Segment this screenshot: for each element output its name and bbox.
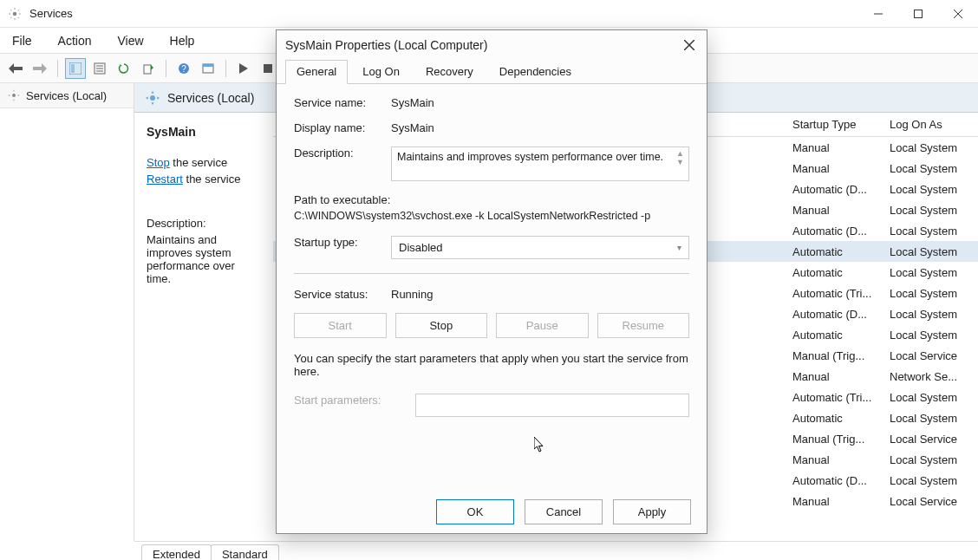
tab-extended[interactable]: Extended <box>141 544 212 560</box>
description-label: Description: <box>294 147 391 181</box>
cell-logon: Local Service <box>883 349 978 362</box>
forward-button[interactable] <box>29 58 50 79</box>
cell-startup: Automatic (Tri... <box>786 287 883 300</box>
cell-logon: Local System <box>883 204 978 217</box>
minimize-button[interactable] <box>858 0 898 28</box>
bottom-tabs: Extended Standard <box>134 541 978 560</box>
cell-startup: Automatic (D... <box>786 225 883 238</box>
service-detail-panel: SysMain Stop the service Restart the ser… <box>134 113 273 541</box>
cell-startup: Manual <box>786 370 883 383</box>
cell-startup: Automatic <box>786 329 883 342</box>
export-button[interactable] <box>138 58 159 79</box>
cell-startup: Manual <box>786 162 883 175</box>
nav-tree: Services (Local) <box>0 83 134 541</box>
cell-logon: Local System <box>883 141 978 154</box>
cell-startup: Automatic (D... <box>786 474 883 487</box>
resume-button[interactable]: Resume <box>597 313 690 338</box>
menu-help[interactable]: Help <box>165 30 200 51</box>
cancel-button[interactable]: Cancel <box>525 499 603 524</box>
description-text: Maintains and improves system performanc… <box>397 151 663 163</box>
cell-startup: Manual <box>786 204 883 217</box>
cell-logon: Network Se... <box>883 370 978 383</box>
svg-rect-16 <box>264 64 272 73</box>
cell-logon: Local System <box>883 308 978 321</box>
cell-startup: Automatic (Tri... <box>786 391 883 404</box>
dialog-close-button[interactable] <box>681 36 698 54</box>
path-label: Path to executable: <box>294 193 689 206</box>
tab-standard[interactable]: Standard <box>211 544 279 560</box>
back-button[interactable] <box>5 58 26 79</box>
restart-service-link[interactable]: Restart <box>147 173 183 186</box>
svg-rect-2 <box>915 10 923 17</box>
svg-text:?: ? <box>181 64 186 74</box>
separator <box>294 273 689 274</box>
restart-service-line: Restart the service <box>147 173 261 186</box>
cell-logon: Local Service <box>883 433 978 446</box>
tab-dependencies[interactable]: Dependencies <box>488 60 583 83</box>
cell-logon: Local System <box>883 329 978 342</box>
description-label: Description: <box>147 217 261 230</box>
startup-type-select[interactable]: Disabled ▾ <box>391 236 689 259</box>
cell-logon: Local System <box>883 391 978 404</box>
cell-startup: Automatic (D... <box>786 183 883 196</box>
play-button[interactable] <box>233 58 254 79</box>
toolbar-separator <box>57 60 58 77</box>
description-text: Maintains and improves system performanc… <box>147 233 261 285</box>
svg-rect-11 <box>144 65 151 74</box>
service-name-value: SysMain <box>391 96 689 109</box>
column-header-logon[interactable]: Log On As <box>883 118 978 131</box>
dialog-footer: OK Cancel Apply <box>277 490 707 533</box>
properties-dialog: SysMain Properties (Local Computer) Gene… <box>276 29 707 534</box>
cell-logon: Local System <box>883 474 978 487</box>
pause-button[interactable]: Pause <box>496 313 589 338</box>
display-name-label: Display name: <box>294 121 391 134</box>
cell-startup: Automatic <box>786 245 883 258</box>
menu-view[interactable]: View <box>112 30 148 51</box>
svg-point-18 <box>150 95 155 101</box>
titlebar: Services <box>0 0 978 28</box>
display-name-value: SysMain <box>391 121 689 134</box>
menu-action[interactable]: Action <box>53 30 97 51</box>
start-button[interactable]: Start <box>294 313 387 338</box>
properties-button[interactable] <box>89 58 110 79</box>
toolbar-button[interactable] <box>198 58 218 79</box>
scroll-arrows[interactable]: ▲▼ <box>676 149 687 166</box>
refresh-button[interactable] <box>114 58 134 79</box>
gear-icon <box>145 90 160 106</box>
cell-startup: Automatic (D... <box>786 308 883 321</box>
svg-rect-6 <box>71 64 75 73</box>
start-params-label: Start parameters: <box>294 394 415 417</box>
startup-type-value: Disabled <box>399 241 443 254</box>
apply-button[interactable]: Apply <box>613 499 691 524</box>
cell-logon: Local System <box>883 453 978 466</box>
menu-file[interactable]: File <box>7 30 37 51</box>
gear-icon <box>7 6 23 22</box>
service-status-value: Running <box>391 288 689 301</box>
show-hide-tree-button[interactable] <box>65 58 86 79</box>
stop-button[interactable]: Stop <box>395 313 488 338</box>
maximize-button[interactable] <box>898 0 938 28</box>
cell-logon: Local System <box>883 245 978 258</box>
gear-icon <box>7 88 21 102</box>
stop-service-line: Stop the service <box>147 156 261 169</box>
help-button[interactable]: ? <box>173 58 194 79</box>
ok-button[interactable]: OK <box>436 499 514 524</box>
cell-startup: Manual (Trig... <box>786 433 883 446</box>
close-button[interactable] <box>938 0 978 28</box>
nav-item-services-local[interactable]: Services (Local) <box>0 83 134 108</box>
start-params-input[interactable] <box>415 394 689 417</box>
tab-recovery[interactable]: Recovery <box>414 60 485 83</box>
description-box: Maintains and improves system performanc… <box>391 147 689 181</box>
tab-logon[interactable]: Log On <box>351 60 411 83</box>
dialog-title: SysMain Properties (Local Computer) <box>285 38 681 52</box>
stop-service-text: the service <box>170 156 227 169</box>
stop-service-link[interactable]: Stop <box>147 156 170 169</box>
column-header-startup[interactable]: Startup Type <box>786 118 883 131</box>
chevron-down-icon: ▾ <box>677 243 681 252</box>
service-control-buttons: Start Stop Pause Resume <box>294 313 689 338</box>
toolbar-separator <box>166 60 166 77</box>
tab-general[interactable]: General <box>285 60 348 84</box>
cell-logon: Local System <box>883 183 978 196</box>
svg-rect-15 <box>203 64 213 67</box>
cell-logon: Local System <box>883 412 978 425</box>
